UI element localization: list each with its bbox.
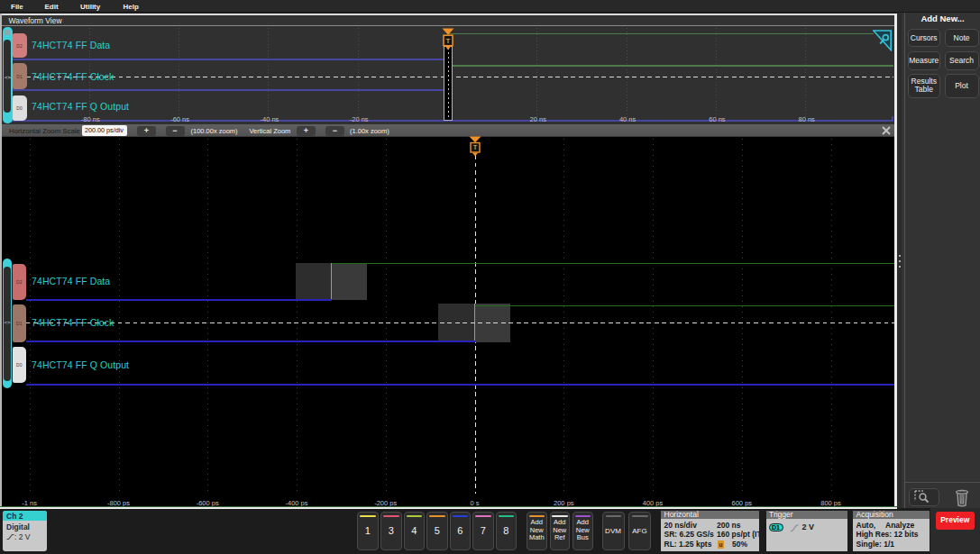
svg-text:T: T (446, 37, 451, 43)
svg-text:T: T (473, 144, 477, 150)
